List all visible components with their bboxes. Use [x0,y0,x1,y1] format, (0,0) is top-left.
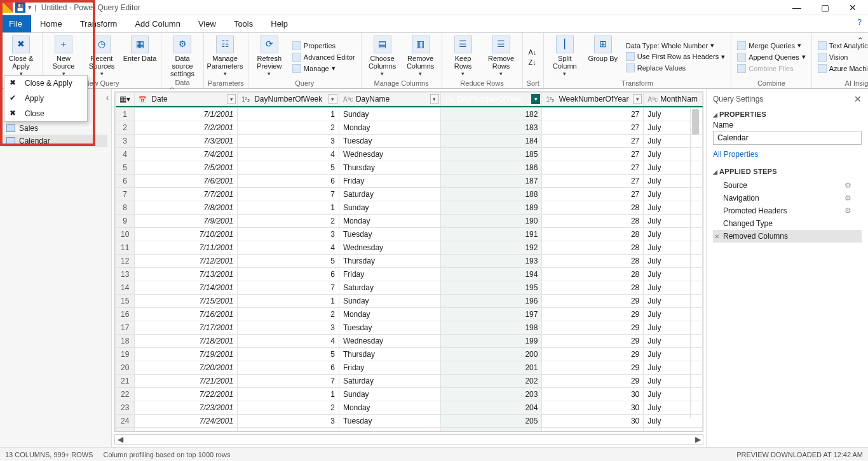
azure-ml-icon [818,64,827,73]
choose-columns-button[interactable]: ▤Choose Columns▾ [365,36,400,78]
split-column-icon: ⎮ [556,36,574,53]
append-icon [737,53,746,62]
close-apply-menu-icon: ✖ [10,78,20,88]
group-query: Query [252,79,357,87]
merge-icon [737,41,746,50]
group-parameters: Parameters [208,79,244,87]
close-window-button[interactable]: ✕ [840,1,865,15]
group-data-sources: Data Sources [165,79,200,89]
refresh-preview-button[interactable]: ⟳Refresh Preview▾ [252,36,287,78]
combine-files-icon [737,64,746,73]
group-by-button[interactable]: ⊞Group By [586,36,620,78]
replace-values-button[interactable]: Replace Values [624,63,727,73]
group-reduce-rows: Reduce Rows [446,79,519,87]
recent-sources-button[interactable]: ◷Recent Sources▾ [85,36,119,78]
enter-data-icon: ▦ [131,36,149,53]
tab-tools[interactable]: Tools [225,15,262,32]
maximize-button[interactable]: ▢ [812,1,837,15]
close-apply-dropdown: ✖Close & Apply ✔Apply ✖Close [4,75,88,89]
manage-parameters-button[interactable]: ☷Manage Parameters▾ [208,36,242,78]
new-source-icon: ＋ [55,36,72,53]
tab-transform[interactable]: Transform [71,15,126,32]
advanced-editor-button[interactable]: Advanced Editor [290,52,357,62]
properties-button[interactable]: Properties [290,41,357,51]
tab-view[interactable]: View [189,15,225,32]
help-icon[interactable]: ? [851,15,868,32]
tab-help[interactable]: Help [262,15,297,32]
menu-close-and-apply[interactable]: ✖Close & Apply [4,76,87,89]
save-icon[interactable]: 💾 [15,3,25,13]
remove-columns-button[interactable]: ▥Remove Columns▾ [403,36,438,78]
minimize-button[interactable]: — [784,1,810,15]
app-logo-icon [3,3,13,13]
sort-desc-button[interactable]: Z↓ [527,58,539,67]
refresh-icon: ⟳ [261,36,278,53]
append-queries-button[interactable]: Append Queries ▾ [735,52,808,62]
ribbon-tabs: File Home Transform Add Column View Tool… [0,15,868,33]
qat-dropdown-icon[interactable]: ▾ [28,3,32,11]
manage-icon [292,64,301,73]
merge-queries-button[interactable]: Merge Queries ▾ [735,41,808,51]
vision-icon [818,53,827,62]
titlebar: 💾 ▾ | Untitled - Power Query Editor — ▢ … [0,0,868,15]
group-ai-insights: AI Insights [816,79,868,87]
split-column-button[interactable]: ⎮Split Column▾ [548,36,582,78]
close-apply-icon: ✖ [12,36,30,53]
collapse-ribbon-icon[interactable]: ⌃ [857,36,864,46]
text-analytics-icon [818,41,827,50]
data-source-settings-button[interactable]: ⚙Data source settings [165,36,200,77]
keep-rows-button[interactable]: ☰Keep Rows▾ [446,36,480,78]
vision-button[interactable]: Vision [816,52,868,62]
replace-icon [626,63,635,72]
group-combine: Combine [735,79,808,87]
combine-files-button: Combine Files [735,63,808,74]
window-title: Untitled - Power Query Editor [41,3,140,12]
properties-icon [292,41,301,50]
group-by-icon: ⊞ [594,36,612,53]
qat-separator: | [34,4,36,11]
ribbon: ⌃ ✖ Close & Apply▾ Close ＋New Source▾ ◷R… [0,33,868,89]
first-row-icon [626,52,635,61]
azure-ml-button[interactable]: Azure Machine Learning [816,63,868,74]
tab-file[interactable]: File [0,15,31,32]
manage-parameters-icon: ☷ [216,36,234,53]
enter-data-button[interactable]: ▦Enter Data [123,36,157,78]
close-apply-button[interactable]: ✖ Close & Apply▾ [4,36,38,78]
advanced-editor-icon [292,53,301,62]
tab-add-column[interactable]: Add Column [126,15,189,32]
first-row-headers-button[interactable]: Use First Row as Headers ▾ [624,51,727,62]
data-source-settings-icon: ⚙ [173,36,191,53]
recent-sources-icon: ◷ [93,36,111,53]
data-type-button[interactable]: Data Type: Whole Number ▾ [624,41,727,50]
choose-columns-icon: ▤ [374,36,391,53]
keep-rows-icon: ☰ [454,36,472,53]
remove-columns-icon: ▥ [412,36,430,53]
group-transform: Transform [548,79,727,87]
group-sort: Sort [527,79,539,87]
sort-asc-button[interactable]: A↓ [527,48,539,57]
new-source-button[interactable]: ＋New Source▾ [46,36,81,78]
tab-home[interactable]: Home [31,15,71,32]
group-manage-columns: Manage Columns [365,79,438,87]
remove-rows-button[interactable]: ☰Remove Rows▾ [484,36,519,78]
manage-button[interactable]: Manage ▾ [290,63,357,74]
remove-rows-icon: ☰ [492,36,510,53]
